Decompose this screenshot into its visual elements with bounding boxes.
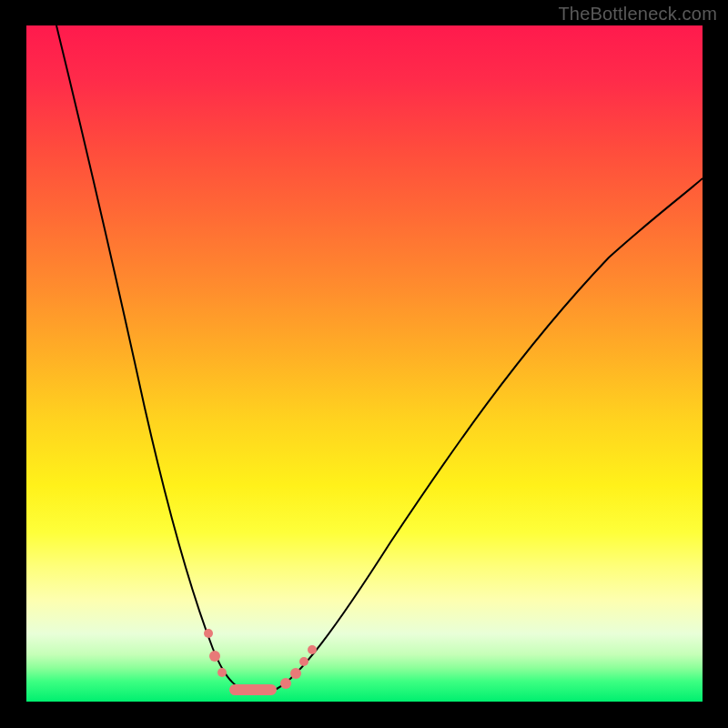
marker-dot bbox=[204, 629, 213, 638]
marker-dot bbox=[290, 668, 301, 679]
bottleneck-curve bbox=[56, 25, 703, 693]
watermark-text: TheBottleneck.com bbox=[558, 4, 717, 25]
marker-dot bbox=[308, 645, 317, 654]
marker-valley-pill bbox=[229, 684, 277, 695]
marker-dot bbox=[299, 657, 308, 666]
marker-dot bbox=[209, 651, 220, 662]
marker-dot bbox=[217, 668, 227, 677]
chart-frame bbox=[26, 25, 703, 702]
chart-svg bbox=[26, 25, 703, 702]
curve-markers bbox=[204, 629, 317, 695]
marker-dot bbox=[280, 678, 291, 689]
